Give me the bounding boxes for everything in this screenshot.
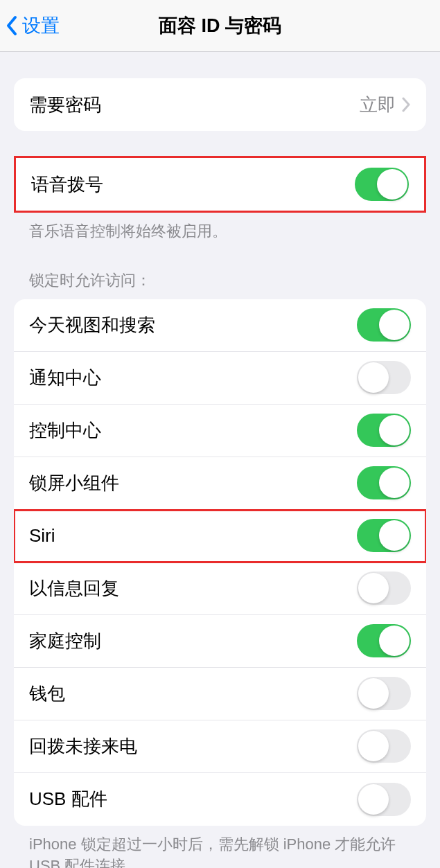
- voice-dial-group: 语音拨号: [14, 156, 426, 213]
- allow-access-label: 回拨未接来电: [29, 734, 357, 759]
- toggle-knob: [379, 468, 410, 498]
- allow-access-toggle[interactable]: [357, 624, 411, 657]
- require-passcode-label: 需要密码: [29, 93, 360, 117]
- allow-access-toggle[interactable]: [357, 729, 411, 763]
- allow-access-row: 家庭控制: [14, 615, 426, 668]
- toggle-knob: [358, 731, 389, 761]
- allow-access-row: 锁屏小组件: [14, 457, 426, 510]
- allow-access-label: 锁屏小组件: [29, 471, 357, 495]
- navigation-bar: 设置 面容 ID 与密码: [0, 0, 440, 52]
- allow-access-row: 钱包: [14, 668, 426, 720]
- toggle-knob: [379, 626, 410, 656]
- page-title: 面容 ID 与密码: [0, 13, 440, 38]
- allow-access-row: 今天视图和搜索: [14, 299, 426, 352]
- allow-access-row: 回拨未接来电: [14, 720, 426, 773]
- allow-access-row: 以信息回复: [14, 563, 426, 615]
- toggle-knob: [379, 415, 410, 445]
- toggle-knob: [358, 573, 389, 603]
- allow-access-toggle[interactable]: [357, 519, 411, 552]
- back-label: 设置: [22, 13, 60, 38]
- toggle-knob: [379, 520, 410, 551]
- toggle-knob: [358, 362, 389, 393]
- voice-dial-footer: 音乐语音控制将始终被启用。: [14, 213, 426, 242]
- toggle-knob: [379, 310, 410, 340]
- back-button[interactable]: 设置: [0, 13, 60, 38]
- allow-access-row: 控制中心: [14, 405, 426, 457]
- allow-access-row: Siri: [14, 510, 426, 563]
- allow-access-label: 控制中心: [29, 418, 357, 443]
- allow-access-row: 通知中心: [14, 352, 426, 405]
- allow-access-label: 今天视图和搜索: [29, 313, 357, 337]
- chevron-right-icon: [401, 97, 411, 112]
- allow-access-toggle[interactable]: [357, 783, 411, 816]
- allow-access-label: USB 配件: [29, 787, 357, 811]
- allow-access-label: 钱包: [29, 682, 357, 706]
- allow-access-row: USB 配件: [14, 773, 426, 826]
- chevron-left-icon: [6, 15, 18, 36]
- allow-access-label: 家庭控制: [29, 629, 357, 653]
- allow-access-label: 以信息回复: [29, 576, 357, 601]
- allow-access-header: 锁定时允许访问：: [14, 270, 426, 299]
- require-passcode-group: 需要密码 立即: [14, 78, 426, 131]
- allow-access-toggle[interactable]: [357, 572, 411, 605]
- allow-access-label: 通知中心: [29, 366, 357, 390]
- toggle-knob: [358, 784, 389, 815]
- allow-access-toggle[interactable]: [357, 308, 411, 342]
- allow-access-toggle[interactable]: [357, 466, 411, 499]
- voice-dial-row: 语音拨号: [16, 158, 424, 211]
- toggle-knob: [377, 169, 407, 200]
- allow-access-group: 今天视图和搜索通知中心控制中心锁屏小组件Siri以信息回复家庭控制钱包回拨未接来…: [14, 299, 426, 826]
- require-passcode-row[interactable]: 需要密码 立即: [14, 78, 426, 131]
- allow-access-toggle[interactable]: [357, 677, 411, 710]
- toggle-knob: [358, 678, 389, 709]
- allow-access-toggle[interactable]: [357, 361, 411, 394]
- allow-access-label: Siri: [29, 525, 357, 547]
- voice-dial-toggle[interactable]: [355, 168, 409, 201]
- require-passcode-value: 立即: [360, 93, 396, 117]
- allow-access-footer: iPhone 锁定超过一小时后，需先解锁 iPhone 才能允许USB 配件连接…: [14, 826, 426, 868]
- voice-dial-label: 语音拨号: [31, 172, 355, 197]
- allow-access-toggle[interactable]: [357, 414, 411, 447]
